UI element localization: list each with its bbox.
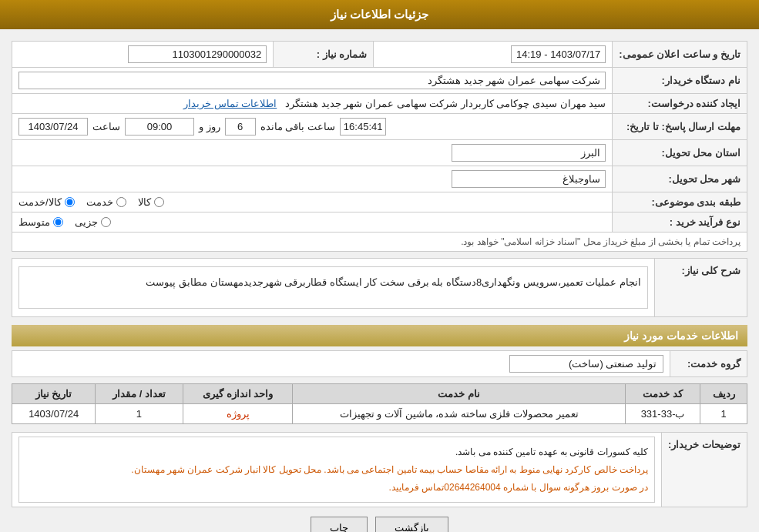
need-description-table: شرح کلی نیاز: انجام عملیات تعمیر،سرویس و… xyxy=(12,258,747,317)
announce-time-label: تاریخ و ساعت اعلان عمومی: xyxy=(613,42,747,68)
days-label: روز و xyxy=(199,121,220,132)
category-label: طبقه بندی موضوعی: xyxy=(613,192,747,212)
service-group-label: گروه خدمت: xyxy=(670,351,747,377)
back-button[interactable]: بازگشت xyxy=(375,517,448,532)
category-kala-khedmat-option[interactable]: کالا/خدمت xyxy=(18,196,75,208)
buyer-notes-line: در صورت بروز هرگونه سوال با شماره 026442… xyxy=(25,479,648,497)
services-section-title: اطلاعات خدمات مورد نیاز xyxy=(12,325,747,346)
col-header-qty: تعداد / مقدار xyxy=(96,384,183,404)
table-row: 1 ب-33-331 تعمیر محصولات فلزی ساخته شده،… xyxy=(12,404,747,424)
buyer-notes-label: توضیحات خریدار: xyxy=(662,433,747,507)
province-value: البرز xyxy=(452,144,606,162)
service-group-value: تولید صنعتی (ساخت) xyxy=(509,355,663,373)
response-deadline-label: مهلت ارسال پاسخ: تا تاریخ: xyxy=(613,114,747,140)
remaining-time-value: 16:45:41 xyxy=(340,118,387,136)
page-header: جزئیات اطلاعات نیاز xyxy=(0,0,759,29)
process-jozi-option[interactable]: جزیی xyxy=(75,216,111,228)
requester-label: نام دستگاه خریدار: xyxy=(613,68,747,94)
col-header-unit: واحد اندازه گیری xyxy=(183,384,293,404)
page-title: جزئیات اطلاعات نیاز xyxy=(331,8,428,21)
col-header-code: کد خدمت xyxy=(625,384,700,404)
need-description-value: انجام عملیات تعمیر،سرویس ونگهداری8دستگاه… xyxy=(18,266,648,309)
cell-date: 1403/07/24 xyxy=(12,404,96,424)
cell-qty: 1 xyxy=(96,404,183,424)
buyer-notes-line: پرداخت خالص کارکرد نهایی منوط به ارائه م… xyxy=(25,461,648,479)
col-header-date: تاریخ نیاز xyxy=(12,384,96,404)
contact-link[interactable]: اطلاعات تماس خریدار xyxy=(183,98,277,109)
remaining-label: ساعت باقی مانده xyxy=(260,121,335,132)
buyer-notes-content: کلیه کسورات قانونی به عهده تامین کننده م… xyxy=(18,437,655,503)
cell-row: 1 xyxy=(700,404,747,424)
city-value: ساوجبلاغ xyxy=(452,170,606,188)
services-table: ردیف کد خدمت نام خدمت واحد اندازه گیری ت… xyxy=(12,383,747,424)
cell-unit: پروژه xyxy=(183,404,293,424)
process-motavasset-option[interactable]: متوسط xyxy=(18,216,63,228)
need-number-label: شماره نیاز : xyxy=(274,42,374,68)
category-khedmat-option[interactable]: خدمت xyxy=(86,196,126,208)
col-header-row: ردیف xyxy=(700,384,747,404)
process-label: نوع فرآیند خرید : xyxy=(613,212,747,233)
province-label: استان محل تحویل: xyxy=(613,140,747,166)
requester-value: شرکت سهامی عمران شهر جدید هشتگرد xyxy=(18,72,606,89)
time-label: ساعت xyxy=(92,121,120,132)
process-note: پرداخت تمام یا بخشی از مبلغ خریداز محل "… xyxy=(12,233,747,252)
announce-datetime-value: 1403/07/17 - 14:19 xyxy=(511,45,606,63)
cell-name: تعمیر محصولات فلزی ساخته شده، ماشین آلات… xyxy=(293,404,625,424)
cell-code: ب-33-331 xyxy=(625,404,700,424)
need-description-label: شرح کلی نیاز: xyxy=(655,259,747,317)
print-button[interactable]: چاپ xyxy=(311,517,368,532)
info-table: تاریخ و ساعت اعلان عمومی: 1403/07/17 - 1… xyxy=(12,41,747,252)
deadline-date-value: 1403/07/24 xyxy=(18,118,88,136)
category-kala-option[interactable]: کالا xyxy=(138,196,164,208)
creator-label: ایجاد کننده درخواست: xyxy=(613,94,747,114)
buyer-notes-table: توضیحات خریدار: کلیه کسورات قانونی به عه… xyxy=(12,432,747,507)
service-group-table: گروه خدمت: تولید صنعتی (ساخت) xyxy=(12,350,747,377)
creator-value: سید مهران سیدی چوکامی کاربردار شرکت سهام… xyxy=(285,98,606,109)
action-buttons: بازگشت چاپ xyxy=(12,517,747,532)
city-label: شهر محل تحویل: xyxy=(613,166,747,192)
need-number-value: 1103001290000032 xyxy=(128,45,267,63)
col-header-name: نام خدمت xyxy=(293,384,625,404)
buyer-notes-line: کلیه کسورات قانونی به عهده تامین کننده م… xyxy=(25,443,648,461)
deadline-time-value: 09:00 xyxy=(125,118,194,136)
days-value: 6 xyxy=(225,118,256,136)
